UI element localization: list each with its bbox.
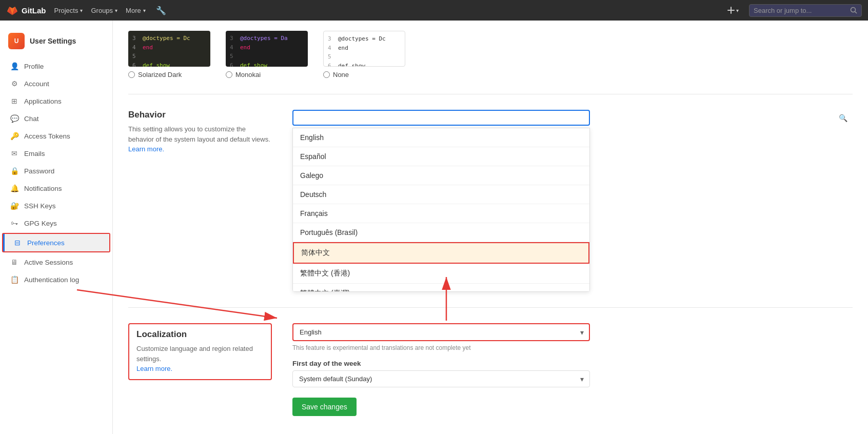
behavior-learn-more-link[interactable]: Learn more. — [128, 145, 164, 153]
localization-learn-more-link[interactable]: Learn more. — [136, 365, 172, 372]
sidebar-item-active-sessions[interactable]: 🖥 Active Sessions — [0, 253, 112, 271]
none-radio[interactable] — [323, 71, 330, 78]
language-search-icon: 🔍 — [839, 114, 847, 122]
sidebar-item-label: Authentication log — [24, 276, 79, 284]
none-radio-label[interactable]: None — [323, 71, 349, 78]
sidebar-item-label: Account — [24, 80, 49, 88]
sidebar-item-label: Chat — [24, 115, 39, 123]
save-changes-button[interactable]: Save changes — [292, 398, 357, 416]
behavior-title: Behavior — [128, 110, 272, 120]
sidebar-item-ssh-keys[interactable]: 🔐 SSH Keys — [0, 197, 112, 214]
top-navbar: GitLab Projects ▾ Groups ▾ More ▾ 🔧 ▾ Se… — [0, 0, 868, 21]
gitlab-wordmark: GitLab — [22, 6, 46, 15]
groups-nav-link[interactable]: Groups ▾ — [91, 7, 117, 14]
sidebar-item-password[interactable]: 🔒 Password — [0, 162, 112, 180]
language-item-english[interactable]: English — [293, 128, 589, 147]
projects-chevron-icon: ▾ — [80, 8, 83, 13]
language-item-galego[interactable]: Galego — [293, 166, 589, 185]
none-label: None — [333, 71, 349, 78]
experimental-note: This feature is experimental and transla… — [292, 344, 853, 351]
sidebar-item-profile[interactable]: 👤 Profile — [0, 57, 112, 75]
monokai-preview: 3@doctypes = Da 4end 5 6def show — [226, 31, 308, 67]
search-bar[interactable]: Search or jump to... — [749, 4, 862, 17]
auth-log-icon: 📋 — [10, 275, 19, 284]
localization-section: Localization Customize language and regi… — [128, 323, 853, 416]
groups-label: Groups — [91, 7, 113, 14]
profile-icon: 👤 — [10, 62, 19, 70]
applications-icon: ⊞ — [10, 97, 19, 105]
gpg-keys-icon: 🗝 — [10, 219, 19, 227]
language-item-simplified-chinese[interactable]: 简体中文 — [293, 242, 589, 264]
solarized-dark-preview: 3@doctypes = Dc 4end 5 6def show — [128, 31, 210, 67]
projects-label: Projects — [54, 7, 78, 14]
none-preview: 3@doctypes = Dc 4end 5 6def show — [323, 31, 405, 67]
wrench-icon[interactable]: 🔧 — [154, 4, 168, 17]
emails-icon: ✉ — [10, 149, 19, 157]
ssh-keys-icon: 🔐 — [10, 202, 19, 210]
sidebar-item-label: Emails — [24, 150, 45, 157]
sidebar-item-label: Preferences — [27, 239, 65, 247]
localization-info: Localization Customize language and regi… — [128, 323, 272, 416]
sidebar-item-emails[interactable]: ✉ Emails — [0, 145, 112, 162]
sidebar-item-auth-log[interactable]: 📋 Authentication log — [0, 271, 112, 288]
language-item-deutsch[interactable]: Deutsch — [293, 185, 589, 204]
localization-title: Localization — [136, 329, 264, 340]
localization-controls: English Español Deutsch Français 简体中文 Th… — [292, 323, 853, 416]
sidebar: U User Settings 👤 Profile ⚙ Account ⊞ Ap… — [0, 21, 113, 434]
language-item-portugues[interactable]: Português (Brasil) — [293, 223, 589, 242]
account-icon: ⚙ — [10, 80, 19, 88]
svg-point-2 — [851, 8, 856, 12]
sidebar-item-label: Profile — [24, 63, 44, 70]
groups-chevron-icon: ▾ — [115, 8, 117, 13]
theme-section: 3@doctypes = Dc 4end 5 6def show Solariz… — [128, 31, 853, 94]
language-item-espanol[interactable]: Español — [293, 147, 589, 166]
monokai-radio[interactable] — [226, 71, 232, 78]
page-wrapper: U User Settings 👤 Profile ⚙ Account ⊞ Ap… — [0, 21, 868, 434]
active-sessions-icon: 🖥 — [10, 258, 19, 266]
sidebar-item-access-tokens[interactable]: 🔑 Access Tokens — [0, 127, 112, 145]
sidebar-item-chat[interactable]: 💬 Chat — [0, 110, 112, 127]
theme-option-solarized: 3@doctypes = Dc 4end 5 6def show Solariz… — [128, 31, 210, 78]
chat-icon: 💬 — [10, 114, 19, 123]
language-dropdown[interactable]: English Español Galego Deutsch Français … — [292, 128, 590, 292]
sidebar-item-notifications[interactable]: 🔔 Notifications — [0, 180, 112, 197]
navbar-brand[interactable]: GitLab — [6, 4, 46, 16]
first-day-select-wrapper: System default (Sunday) Monday Saturday … — [292, 370, 590, 387]
language-search-input[interactable] — [292, 110, 590, 126]
sidebar-item-label: GPG Keys — [24, 220, 57, 227]
sidebar-item-account[interactable]: ⚙ Account — [0, 75, 112, 92]
solarized-dark-radio[interactable] — [128, 71, 135, 78]
solarized-dark-radio-label[interactable]: Solarized Dark — [128, 71, 182, 78]
avatar: U — [8, 33, 25, 49]
sidebar-item-gpg-keys[interactable]: 🗝 GPG Keys — [0, 214, 112, 232]
behavior-section: Behavior This setting allows you to cust… — [128, 110, 853, 308]
sidebar-item-label: Active Sessions — [24, 259, 73, 266]
solarized-dark-label: Solarized Dark — [138, 71, 182, 78]
more-chevron-icon: ▾ — [143, 8, 146, 13]
sidebar-header: U User Settings — [0, 29, 112, 57]
sidebar-item-label: Applications — [24, 97, 62, 105]
localization-desc: Customize language and region related se… — [136, 344, 264, 374]
language-select[interactable]: English Español Deutsch Français 简体中文 — [292, 323, 590, 341]
behavior-info: Behavior This setting allows you to cust… — [128, 110, 272, 292]
svg-rect-1 — [727, 10, 735, 11]
theme-option-monokai: 3@doctypes = Da 4end 5 6def show Monokai — [226, 31, 308, 78]
language-select-wrapper: English Español Deutsch Français 简体中文 — [292, 323, 590, 341]
sidebar-item-label: SSH Keys — [24, 202, 56, 210]
monokai-label: Monokai — [235, 71, 261, 78]
sidebar-item-applications[interactable]: ⊞ Applications — [0, 92, 112, 110]
language-item-traditional-chinese-hk[interactable]: 繁體中文 (香港) — [293, 264, 589, 284]
language-item-francais[interactable]: Français — [293, 204, 589, 223]
sidebar-title: User Settings — [30, 37, 76, 45]
sidebar-item-label: Access Tokens — [24, 132, 70, 140]
main-content: 3@doctypes = Dc 4end 5 6def show Solariz… — [113, 21, 868, 434]
language-item-traditional-chinese-tw[interactable]: 繁體中文 (臺灣) — [293, 284, 589, 292]
monokai-radio-label[interactable]: Monokai — [226, 71, 261, 78]
sidebar-item-preferences[interactable]: ⊟ Preferences — [3, 234, 109, 251]
new-item-icon[interactable]: ▾ — [725, 4, 741, 16]
language-search-box: 🔍 — [292, 110, 853, 126]
more-nav-link[interactable]: More ▾ — [126, 7, 146, 14]
projects-nav-link[interactable]: Projects ▾ — [54, 7, 83, 14]
gitlab-logo-icon — [6, 4, 18, 16]
first-day-select[interactable]: System default (Sunday) Monday Saturday … — [292, 370, 590, 387]
